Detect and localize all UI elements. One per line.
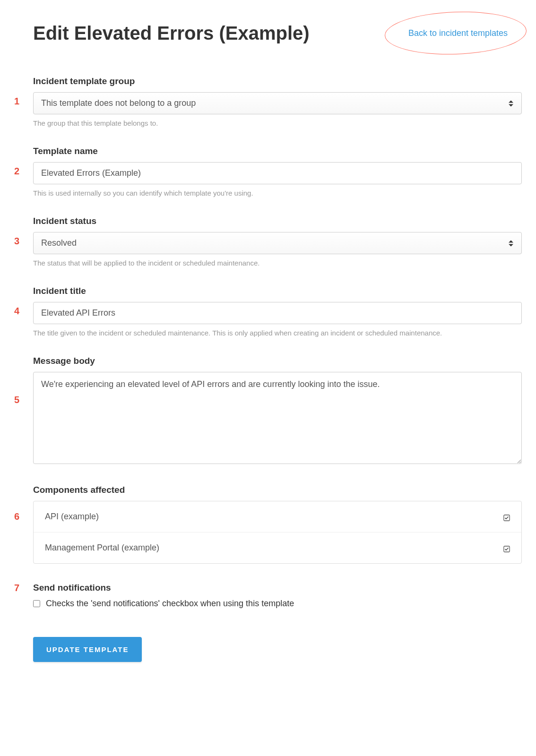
template-name-label: Template name [33,146,522,156]
checkbox-checked-icon [503,545,510,551]
incident-status-label: Incident status [33,216,522,226]
incident-status-help: The status that will be applied to the i… [33,259,522,267]
list-item[interactable]: API (example) [34,501,521,533]
template-name-help: This is used internally so you can ident… [33,189,522,197]
incident-title-help: The title given to the incident or sched… [33,329,522,337]
group-select[interactable]: This template does not belong to a group [33,92,522,114]
annotation-2: 2 [14,146,33,177]
annotation-3: 3 [14,216,33,247]
incident-title-input[interactable] [33,302,522,324]
list-item[interactable]: Management Portal (example) [34,533,521,563]
group-help: The group that this template belongs to. [33,119,522,127]
component-name: Management Portal (example) [45,543,159,553]
page-title: Edit Elevated Errors (Example) [33,23,310,44]
message-body-label: Message body [33,356,522,366]
annotation-4: 4 [14,286,33,317]
send-notifications-checkbox[interactable] [33,600,40,607]
annotation-6: 6 [14,485,33,522]
template-name-input[interactable] [33,162,522,184]
annotation-5: 5 [14,356,33,405]
send-notifications-label: Send notifications [33,583,522,593]
send-notifications-desc: Checks the 'send notifications' checkbox… [46,599,294,609]
component-name: API (example) [45,512,99,522]
group-label: Incident template group [33,76,522,86]
message-body-textarea[interactable]: We're experiencing an elevated level of … [33,372,522,464]
update-template-button[interactable]: UPDATE TEMPLATE [33,637,142,662]
components-label: Components affected [33,485,522,495]
checkbox-checked-icon [503,514,510,520]
back-to-templates-link[interactable]: Back to incident templates [394,19,522,48]
incident-status-select[interactable]: Resolved [33,232,522,254]
annotation-7: 7 [14,583,33,593]
incident-title-label: Incident title [33,286,522,296]
annotation-1: 1 [14,76,33,107]
